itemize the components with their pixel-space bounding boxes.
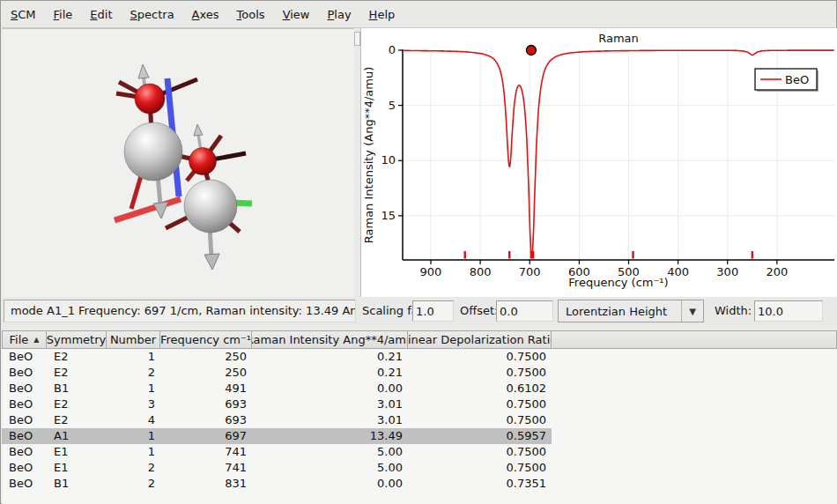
column-header-raman[interactable]: Raman Intensity Ang**4/amu bbox=[252, 330, 408, 349]
cell-frequency: 491 bbox=[160, 381, 252, 397]
menu-item-file[interactable]: File bbox=[45, 4, 82, 26]
cell-file: BeO bbox=[2, 476, 47, 492]
cell-raman: 3.01 bbox=[252, 412, 408, 428]
cell-symmetry: E2 bbox=[47, 349, 107, 365]
cell-linear: 0.7351 bbox=[408, 476, 552, 492]
molecule-graphic bbox=[2, 29, 354, 298]
chevron-down-icon[interactable]: ▼ bbox=[681, 300, 703, 322]
table-row[interactable]: BeOB128310.000.7351 bbox=[2, 476, 552, 492]
cell-frequency: 831 bbox=[160, 476, 252, 492]
width-input[interactable] bbox=[754, 300, 823, 322]
cell-file: BeO bbox=[2, 412, 47, 428]
oxygen-atom bbox=[135, 84, 165, 114]
cell-linear: 0.7500 bbox=[408, 412, 552, 428]
x-tick-label: 300 bbox=[716, 265, 738, 278]
displacement-arrow-up-icon bbox=[194, 124, 203, 151]
cell-frequency: 250 bbox=[160, 349, 252, 365]
table-row[interactable]: BeOE236933.010.7500 bbox=[2, 397, 552, 412]
cell-linear: 0.5957 bbox=[408, 428, 552, 444]
x-tick-label: 600 bbox=[568, 265, 590, 278]
column-header-label: Number bbox=[110, 333, 156, 346]
cell-symmetry: E2 bbox=[47, 365, 107, 381]
cell-number: 2 bbox=[107, 365, 160, 381]
cell-symmetry: B1 bbox=[47, 381, 107, 397]
oxygen-atom bbox=[189, 148, 217, 175]
column-header-label: Frequency cm⁻¹ bbox=[160, 333, 251, 346]
table-row[interactable]: BeOE246933.010.7500 bbox=[2, 412, 552, 428]
column-header-file[interactable]: File▲ bbox=[2, 330, 47, 349]
cell-raman: 0.21 bbox=[252, 365, 408, 381]
lineshape-dropdown[interactable]: Lorentzian Height ▼ bbox=[558, 300, 704, 322]
cell-number: 1 bbox=[107, 444, 160, 460]
menu-item-spectra[interactable]: Spectra bbox=[122, 4, 183, 26]
cell-symmetry: E1 bbox=[47, 444, 107, 460]
table-header-row: File▲SymmetryNumberFrequency cm⁻¹Raman I… bbox=[2, 330, 837, 349]
cell-raman: 0.21 bbox=[252, 349, 408, 365]
cell-linear: 0.7500 bbox=[408, 444, 552, 460]
menu-item-axes[interactable]: Axes bbox=[183, 4, 228, 26]
cell-raman: 5.00 bbox=[252, 444, 408, 460]
scaling-factor-input[interactable] bbox=[412, 300, 454, 322]
splitter-handle[interactable] bbox=[354, 32, 360, 46]
column-header-label: Linear Depolarization Ratio bbox=[408, 333, 552, 346]
cell-frequency: 697 bbox=[160, 428, 252, 444]
cell-file: BeO bbox=[2, 381, 47, 397]
menu-item-help[interactable]: Help bbox=[360, 4, 404, 26]
cell-file: BeO bbox=[2, 397, 47, 412]
displacement-arrow-down-icon bbox=[153, 174, 168, 219]
table-row[interactable]: BeOA1169713.490.5957 bbox=[2, 428, 552, 444]
cell-raman: 0.00 bbox=[252, 381, 408, 397]
x-tick-label: 800 bbox=[470, 265, 492, 278]
table-row[interactable]: BeOE127415.000.7500 bbox=[2, 460, 552, 476]
cell-raman: 3.01 bbox=[252, 397, 408, 412]
status-controls-row: mode A1_1 Frequency: 697 1/cm, Raman int… bbox=[1, 297, 837, 330]
y-tick-label: 0 bbox=[389, 43, 396, 56]
menu-item-tools[interactable]: Tools bbox=[228, 4, 274, 26]
cell-linear: 0.7500 bbox=[408, 365, 552, 381]
menu-item-view[interactable]: View bbox=[274, 4, 319, 26]
column-header-frequency[interactable]: Frequency cm⁻¹ bbox=[160, 330, 252, 349]
cell-raman: 0.00 bbox=[252, 476, 408, 492]
cell-linear: 0.7500 bbox=[408, 349, 552, 365]
cell-file: BeO bbox=[2, 460, 47, 476]
x-tick-label: 200 bbox=[766, 265, 788, 278]
cell-symmetry: E1 bbox=[47, 460, 107, 476]
legend-label: BeO bbox=[785, 73, 809, 86]
menu-item-scm[interactable]: SCM bbox=[2, 4, 45, 26]
column-header-linear[interactable]: Linear Depolarization Ratio bbox=[408, 330, 552, 349]
sort-ascending-icon: ▲ bbox=[33, 336, 39, 344]
menu-item-edit[interactable]: Edit bbox=[81, 4, 121, 26]
cell-raman: 13.49 bbox=[252, 428, 408, 444]
panel-splitter[interactable] bbox=[354, 28, 360, 297]
plot-title: Raman bbox=[598, 32, 639, 45]
application-window: SCMFileEditSpectraAxesToolsViewPlayHelp bbox=[0, 0, 837, 504]
cell-raman: 5.00 bbox=[252, 460, 408, 476]
cell-number: 4 bbox=[107, 412, 160, 428]
table-row[interactable]: BeOE212500.210.7500 bbox=[2, 349, 552, 365]
cell-file: BeO bbox=[2, 428, 47, 444]
raman-spectrum-plot[interactable]: RamanFrequency (cm⁻¹)Raman Intensity (An… bbox=[360, 28, 837, 297]
table-body: BeOE212500.210.7500BeOE222500.210.7500Be… bbox=[2, 349, 837, 504]
width-label: Width: bbox=[715, 300, 752, 322]
x-axis bbox=[115, 199, 181, 220]
column-header-symmetry[interactable]: Symmetry bbox=[47, 330, 107, 349]
modes-table: File▲SymmetryNumberFrequency cm⁻¹Raman I… bbox=[2, 330, 837, 504]
y-tick-label: 5 bbox=[389, 99, 396, 112]
cell-number: 2 bbox=[107, 460, 160, 476]
cell-frequency: 693 bbox=[160, 412, 252, 428]
y-tick-label: 10 bbox=[381, 153, 396, 167]
offset-input[interactable] bbox=[496, 300, 553, 322]
cell-symmetry: E2 bbox=[47, 412, 107, 428]
table-row[interactable]: BeOE117415.000.7500 bbox=[2, 444, 552, 460]
table-row[interactable]: BeOE222500.210.7500 bbox=[2, 365, 552, 381]
cell-frequency: 250 bbox=[160, 365, 252, 381]
selected-mode-marker[interactable] bbox=[526, 46, 536, 56]
menu-item-play[interactable]: Play bbox=[318, 4, 359, 26]
x-tick-label: 400 bbox=[667, 265, 689, 278]
table-row[interactable]: BeOB114910.000.6102 bbox=[2, 381, 552, 397]
molecule-3d-view[interactable] bbox=[2, 28, 354, 298]
cell-file: BeO bbox=[2, 365, 47, 381]
column-header-number[interactable]: Number bbox=[107, 330, 160, 349]
beryllium-atom bbox=[184, 180, 237, 233]
offset-label: Offset: bbox=[460, 300, 498, 322]
